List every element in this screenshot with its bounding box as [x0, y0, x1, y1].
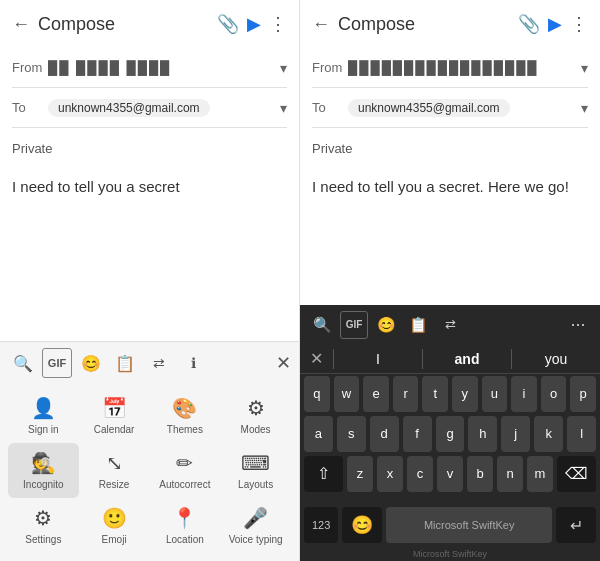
key-z[interactable]: z — [347, 456, 373, 492]
left-compose-title: Compose — [38, 14, 209, 35]
right-kb-emoji-icon[interactable]: 😊 — [372, 311, 400, 339]
key-t[interactable]: t — [422, 376, 448, 412]
right-to-label: To — [312, 100, 348, 115]
left-kb-close-icon[interactable]: ✕ — [276, 352, 291, 374]
key-delete[interactable]: ⌫ — [557, 456, 596, 492]
left-send-icon[interactable]: ▶ — [247, 13, 261, 35]
key-emoji[interactable]: 😊 — [342, 507, 382, 543]
left-kb-info-icon[interactable]: ℹ — [178, 348, 208, 378]
key-i[interactable]: i — [511, 376, 537, 412]
ac-word-i[interactable]: I — [334, 351, 422, 367]
emoji-label: Emoji — [102, 534, 127, 545]
kb-cell-resize[interactable]: ⤡ Resize — [79, 443, 150, 498]
dk-footer: Microsoft SwiftKey — [300, 547, 600, 561]
key-s[interactable]: s — [337, 416, 366, 452]
left-to-dropdown[interactable]: ▾ — [280, 100, 287, 116]
key-123[interactable]: 123 — [304, 507, 338, 543]
right-kb-translate-icon[interactable]: ⇄ — [436, 311, 464, 339]
key-k[interactable]: k — [534, 416, 563, 452]
ac-word-and[interactable]: and — [423, 351, 511, 367]
right-keyboard: 🔍 GIF 😊 📋 ⇄ ··· ✕ I and you q w e r — [300, 305, 600, 562]
key-r[interactable]: r — [393, 376, 419, 412]
kb-cell-settings[interactable]: ⚙ Settings — [8, 498, 79, 553]
left-back-icon[interactable]: ← — [12, 14, 30, 35]
themes-icon: 🎨 — [172, 396, 197, 420]
kb-cell-emoji[interactable]: 🙂 Emoji — [79, 498, 150, 553]
key-f[interactable]: f — [403, 416, 432, 452]
left-from-dropdown[interactable]: ▾ — [280, 60, 287, 76]
right-kb-toolbar: 🔍 GIF 😊 📋 ⇄ ··· — [300, 305, 600, 345]
kb-cell-calendar[interactable]: 📅 Calendar — [79, 388, 150, 443]
calendar-icon: 📅 — [102, 396, 127, 420]
key-w[interactable]: w — [334, 376, 360, 412]
right-kb-search-icon[interactable]: 🔍 — [308, 311, 336, 339]
key-o[interactable]: o — [541, 376, 567, 412]
resize-label: Resize — [99, 479, 130, 490]
left-from-value: ██ ████ ████ — [48, 60, 280, 75]
left-kb-emoji-icon[interactable]: 😊 — [76, 348, 106, 378]
key-j[interactable]: j — [501, 416, 530, 452]
right-attachment-icon[interactable]: 📎 — [518, 13, 540, 35]
key-v[interactable]: v — [437, 456, 463, 492]
right-kb-more-icon[interactable]: ··· — [564, 311, 592, 339]
location-label: Location — [166, 534, 204, 545]
left-kb-translate-icon[interactable]: ⇄ — [144, 348, 174, 378]
dk-row-3: ⇧ z x c v b n m ⌫ — [304, 456, 596, 492]
right-header: ← Compose 📎 ▶ ⋮ — [300, 0, 600, 48]
right-back-icon[interactable]: ← — [312, 14, 330, 35]
key-x[interactable]: x — [377, 456, 403, 492]
emoji-icon: 🙂 — [102, 506, 127, 530]
key-c[interactable]: c — [407, 456, 433, 492]
right-send-icon[interactable]: ▶ — [548, 13, 562, 35]
kb-cell-modes[interactable]: ⚙ Modes — [220, 388, 291, 443]
right-kb-gif-icon[interactable]: GIF — [340, 311, 368, 339]
key-space[interactable]: Microsoft SwiftKey — [386, 507, 552, 543]
key-enter[interactable]: ↵ — [556, 507, 596, 543]
key-n[interactable]: n — [497, 456, 523, 492]
left-kb-search-icon[interactable]: 🔍 — [8, 348, 38, 378]
left-more-icon[interactable]: ⋮ — [269, 13, 287, 35]
key-e[interactable]: e — [363, 376, 389, 412]
key-b[interactable]: b — [467, 456, 493, 492]
ac-word-you[interactable]: you — [512, 351, 600, 367]
key-y[interactable]: y — [452, 376, 478, 412]
kb-cell-location[interactable]: 📍 Location — [150, 498, 221, 553]
left-kb-gif-icon[interactable]: GIF — [42, 348, 72, 378]
left-kb-clipboard-icon[interactable]: 📋 — [110, 348, 140, 378]
key-g[interactable]: g — [436, 416, 465, 452]
left-attachment-icon[interactable]: 📎 — [217, 13, 239, 35]
right-to-chip[interactable]: unknown4355@gmail.com — [348, 99, 510, 117]
key-h[interactable]: h — [468, 416, 497, 452]
right-more-icon[interactable]: ⋮ — [570, 13, 588, 35]
kb-cell-voice-typing[interactable]: 🎤 Voice typing — [220, 498, 291, 553]
left-to-chip[interactable]: unknown4355@gmail.com — [48, 99, 210, 117]
kb-cell-themes[interactable]: 🎨 Themes — [150, 388, 221, 443]
key-u[interactable]: u — [482, 376, 508, 412]
right-email-body[interactable]: I need to tell you a secret. Here we go! — [312, 168, 588, 205]
key-a[interactable]: a — [304, 416, 333, 452]
left-kb-toolbar: 🔍 GIF 😊 📋 ⇄ ℹ ✕ — [0, 342, 299, 384]
right-to-dropdown[interactable]: ▾ — [581, 100, 588, 116]
kb-cell-layouts[interactable]: ⌨ Layouts — [220, 443, 291, 498]
modes-label: Modes — [241, 424, 271, 435]
right-from-dropdown[interactable]: ▾ — [581, 60, 588, 76]
right-kb-clipboard-icon[interactable]: 📋 — [404, 311, 432, 339]
right-from-value: █████████████████ — [348, 60, 581, 75]
key-d[interactable]: d — [370, 416, 399, 452]
kb-cell-sign-in[interactable]: 👤 Sign in — [8, 388, 79, 443]
left-email-body[interactable]: I need to tell you a secret — [12, 168, 287, 205]
key-p[interactable]: p — [570, 376, 596, 412]
left-keyboard-panel: 🔍 GIF 😊 📋 ⇄ ℹ ✕ 👤 Sign in 📅 Calendar 🎨 T… — [0, 341, 299, 561]
key-l[interactable]: l — [567, 416, 596, 452]
kb-cell-incognito[interactable]: 🕵 Incognito — [8, 443, 79, 498]
right-email-form: From █████████████████ ▾ To unknown4355@… — [300, 48, 600, 305]
incognito-icon: 🕵 — [31, 451, 56, 475]
key-shift[interactable]: ⇧ — [304, 456, 343, 492]
ac-close-icon[interactable]: ✕ — [300, 349, 333, 368]
key-q[interactable]: q — [304, 376, 330, 412]
incognito-label: Incognito — [23, 479, 64, 490]
kb-cell-autocorrect[interactable]: ✏ Autocorrect — [150, 443, 221, 498]
dk-keys: q w e r t y u i o p a s d f g h j k — [300, 374, 600, 506]
key-m[interactable]: m — [527, 456, 553, 492]
left-panel: ← Compose 📎 ▶ ⋮ From ██ ████ ████ ▾ To u… — [0, 0, 300, 561]
